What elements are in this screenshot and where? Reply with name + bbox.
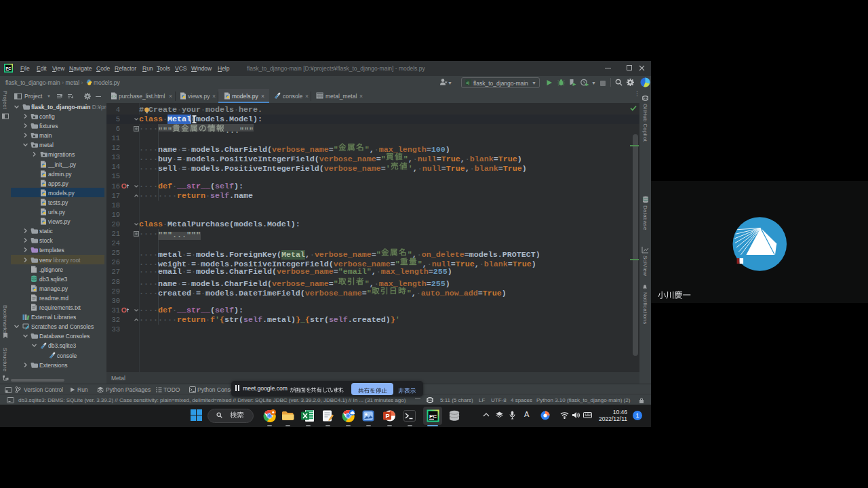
svg-text:PC: PC xyxy=(429,413,437,419)
svg-text:dj: dj xyxy=(466,80,469,85)
svg-text:P: P xyxy=(385,413,389,420)
svg-text:PC: PC xyxy=(6,66,12,70)
